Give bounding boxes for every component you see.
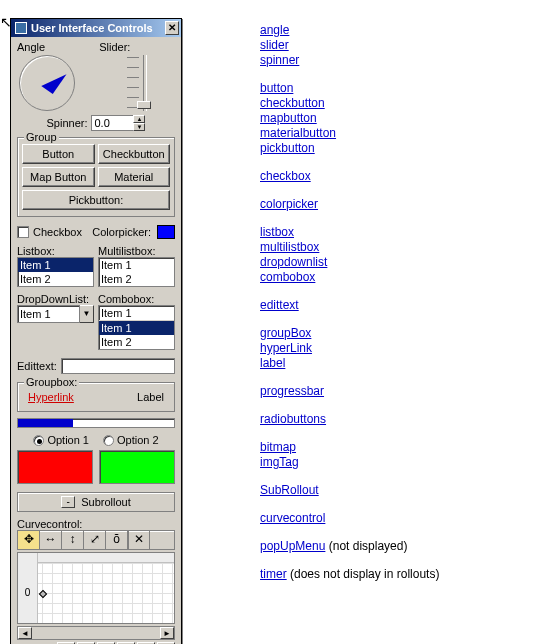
progressbar xyxy=(17,418,175,428)
link-groupbox[interactable]: groupBox xyxy=(260,326,439,340)
edittext-input[interactable] xyxy=(61,358,175,374)
link-mapbutton[interactable]: mapbutton xyxy=(260,111,439,125)
move-h-tool-icon[interactable]: ↔ xyxy=(40,531,62,549)
curve-hscrollbar[interactable]: ◄ ► xyxy=(17,626,175,640)
link-popupmenu[interactable]: popUpMenu xyxy=(260,539,325,553)
combobox-input[interactable]: Item 1 xyxy=(99,306,174,320)
scroll-left-icon[interactable]: ◄ xyxy=(18,627,32,639)
group-buttons: Group Button Checkbutton Map Button Mate… xyxy=(17,137,175,217)
dropdownlist-label: DropDownList: xyxy=(17,293,94,305)
combobox-label: Combobox: xyxy=(98,293,175,305)
link-spinner[interactable]: spinner xyxy=(260,53,439,67)
link-curvecontrol[interactable]: curvecontrol xyxy=(260,511,439,525)
dropdownlist[interactable]: Item 1 ▼ xyxy=(17,305,94,323)
link-subrollout[interactable]: SubRollout xyxy=(260,483,439,497)
link-listbox[interactable]: listbox xyxy=(260,225,439,239)
spinner-control[interactable]: ▲ ▼ xyxy=(91,115,145,131)
slider-thumb[interactable] xyxy=(137,101,151,109)
groupbox: Groupbox: Hyperlink Label xyxy=(17,382,175,412)
angle-control[interactable] xyxy=(19,55,75,111)
link-timer[interactable]: timer xyxy=(260,567,287,581)
spinner-label: Spinner: xyxy=(47,117,88,129)
map-button[interactable]: Map Button xyxy=(22,167,95,187)
link-hyperlink[interactable]: hyperLink xyxy=(260,341,439,355)
hyperlink[interactable]: Hyperlink xyxy=(28,391,74,403)
link-bitmap[interactable]: bitmap xyxy=(260,440,439,454)
window-title: User Interface Controls xyxy=(31,19,165,37)
timer-note: (does not display in rollouts) xyxy=(287,567,440,581)
curve-key-icon[interactable] xyxy=(39,590,47,598)
reference-links: angle slider spinner button checkbutton … xyxy=(260,22,439,595)
link-radiobuttons[interactable]: radiobuttons xyxy=(260,412,439,426)
rollout-body: Angle Slider: xyxy=(11,37,181,644)
angle-label: Angle xyxy=(17,41,93,53)
link-angle[interactable]: angle xyxy=(260,23,439,37)
link-slider[interactable]: slider xyxy=(260,38,439,52)
link-dropdownlist[interactable]: dropdownlist xyxy=(260,255,439,269)
static-label: Label xyxy=(137,391,164,403)
subrollout-label: Subrollout xyxy=(81,496,131,508)
close-button[interactable]: ✕ xyxy=(165,21,179,35)
imgtag-green[interactable] xyxy=(99,450,175,484)
title-bar[interactable]: User Interface Controls ✕ xyxy=(11,19,181,37)
curve-canvas[interactable]: 0 xyxy=(17,552,175,624)
multilistbox[interactable]: Item 1 Item 2 xyxy=(98,257,175,287)
list-item[interactable]: Item 1 xyxy=(99,258,174,272)
popupmenu-note: (not displayed) xyxy=(325,539,407,553)
checkbox-label: Checkbox xyxy=(33,226,82,238)
list-item[interactable]: Item 2 xyxy=(18,272,93,286)
link-combobox[interactable]: combobox xyxy=(260,270,439,284)
move-tool-icon[interactable]: ✥ xyxy=(18,531,40,549)
link-edittext[interactable]: edittext xyxy=(260,298,439,312)
link-checkbox[interactable]: checkbox xyxy=(260,169,439,183)
combobox[interactable]: Item 1 Item 1 Item 2 xyxy=(98,305,175,350)
pick-button[interactable]: Pickbutton: xyxy=(22,190,170,210)
progressbar-fill xyxy=(18,419,73,427)
link-label[interactable]: label xyxy=(260,356,439,370)
radio-option1[interactable] xyxy=(33,435,44,446)
link-button[interactable]: button xyxy=(260,81,439,95)
subrollout[interactable]: - Subrollout xyxy=(17,492,175,512)
list-item[interactable]: Item 1 xyxy=(99,321,174,335)
scroll-right-icon[interactable]: ► xyxy=(160,627,174,639)
list-item[interactable]: Item 2 xyxy=(99,272,174,286)
spinner-up-icon[interactable]: ▲ xyxy=(133,115,145,123)
link-multilistbox[interactable]: multilistbox xyxy=(260,240,439,254)
curve-gutter: 0 xyxy=(18,553,38,623)
edittext-label: Edittext: xyxy=(17,360,57,372)
slider-label: Slider: xyxy=(99,41,175,53)
list-item[interactable]: Item 2 xyxy=(99,335,174,349)
rollout-window: User Interface Controls ✕ Angle Slider: xyxy=(10,18,182,644)
colorpicker-swatch[interactable] xyxy=(157,225,175,239)
scale-tool-icon[interactable]: ⤢ xyxy=(84,531,106,549)
link-progressbar[interactable]: progressbar xyxy=(260,384,439,398)
link-checkbutton[interactable]: checkbutton xyxy=(260,96,439,110)
app-icon xyxy=(15,22,27,34)
subrollout-toggle-icon[interactable]: - xyxy=(61,496,75,508)
listbox[interactable]: Item 1 Item 2 xyxy=(17,257,94,287)
dropdown-value: Item 1 xyxy=(17,305,80,323)
link-pickbutton[interactable]: pickbutton xyxy=(260,141,439,155)
radio-option2[interactable] xyxy=(103,435,114,446)
listbox-label: Listbox: xyxy=(17,245,94,257)
list-item[interactable]: Item 1 xyxy=(18,258,93,272)
delete-key-icon[interactable]: ✕ xyxy=(128,531,150,549)
groupbox-legend: Groupbox: xyxy=(24,376,79,388)
spinner-down-icon[interactable]: ▼ xyxy=(133,123,145,131)
move-v-tool-icon[interactable]: ↕ xyxy=(62,531,84,549)
checkbox[interactable] xyxy=(17,226,29,238)
material-button[interactable]: Material Button xyxy=(98,167,171,187)
slider-control[interactable] xyxy=(117,55,157,111)
bitmap-red xyxy=(17,450,93,484)
spinner-input[interactable] xyxy=(91,115,133,131)
curvecontrol-label: Curvecontrol: xyxy=(17,518,175,530)
radio-option1-label: Option 1 xyxy=(47,434,89,446)
link-materialbutton[interactable]: materialbutton xyxy=(260,126,439,140)
group-legend: Group xyxy=(24,131,59,143)
checkbutton[interactable]: Checkbutton xyxy=(98,144,171,164)
link-colorpicker[interactable]: colorpicker xyxy=(260,197,439,211)
button[interactable]: Button xyxy=(22,144,95,164)
link-imgtag[interactable]: imgTag xyxy=(260,455,439,469)
add-key-icon[interactable]: ŏ xyxy=(106,531,128,549)
chevron-down-icon[interactable]: ▼ xyxy=(80,305,94,323)
